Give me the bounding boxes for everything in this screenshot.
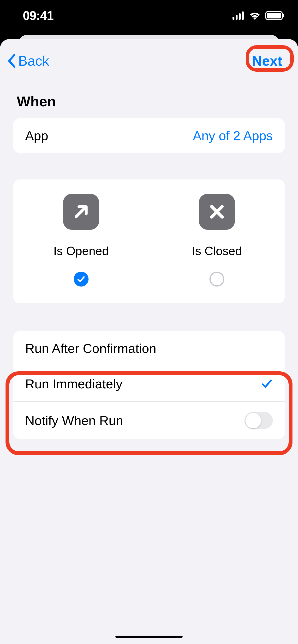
battery-icon (265, 11, 285, 20)
trigger-is-opened[interactable]: Is Opened (13, 194, 149, 286)
status-icons (232, 11, 285, 20)
app-value: Any of 2 Apps (193, 128, 273, 143)
run-immediately-row[interactable]: Run Immediately (13, 366, 285, 402)
svg-rect-0 (232, 17, 234, 20)
notify-when-run-label: Notify When Run (25, 413, 123, 428)
nav-bar: Back Next (0, 39, 298, 79)
app-selector-row[interactable]: App Any of 2 Apps (13, 118, 285, 153)
trigger-is-closed[interactable]: Is Closed (149, 194, 285, 286)
notify-toggle[interactable] (244, 412, 273, 429)
svg-rect-1 (236, 15, 238, 20)
next-button[interactable]: Next (243, 50, 291, 72)
svg-rect-3 (242, 12, 244, 20)
home-indicator[interactable] (115, 636, 183, 638)
is-opened-label: Is Opened (54, 244, 109, 258)
svg-rect-6 (283, 14, 284, 17)
svg-rect-5 (267, 13, 281, 18)
wifi-icon (249, 11, 261, 20)
back-button[interactable]: Back (7, 53, 49, 69)
status-bar: 09:41 (0, 0, 298, 31)
is-closed-label: Is Closed (192, 244, 242, 258)
checkmark-icon (261, 378, 273, 390)
modal-sheet: Back Next When App Any of 2 Apps Is Open… (0, 39, 298, 644)
page-title: When (0, 79, 298, 118)
run-after-confirmation-row[interactable]: Run After Confirmation (13, 331, 285, 366)
arrow-up-right-icon (63, 194, 99, 230)
notify-when-run-row: Notify When Run (13, 402, 285, 439)
run-immediately-label: Run Immediately (25, 376, 122, 391)
radio-empty-icon (209, 272, 224, 286)
status-time: 09:41 (23, 8, 54, 23)
app-label: App (25, 128, 48, 143)
cellular-icon (232, 12, 244, 20)
back-label: Back (18, 53, 49, 69)
toggle-knob (245, 413, 261, 428)
chevron-left-icon (7, 54, 16, 68)
run-after-confirmation-label: Run After Confirmation (25, 341, 156, 356)
run-settings-card: Run After Confirmation Run Immediately N… (13, 331, 285, 439)
radio-selected-icon (74, 272, 89, 286)
svg-rect-2 (239, 14, 241, 20)
x-icon (199, 194, 235, 230)
trigger-card: Is Opened Is Closed (13, 180, 285, 303)
